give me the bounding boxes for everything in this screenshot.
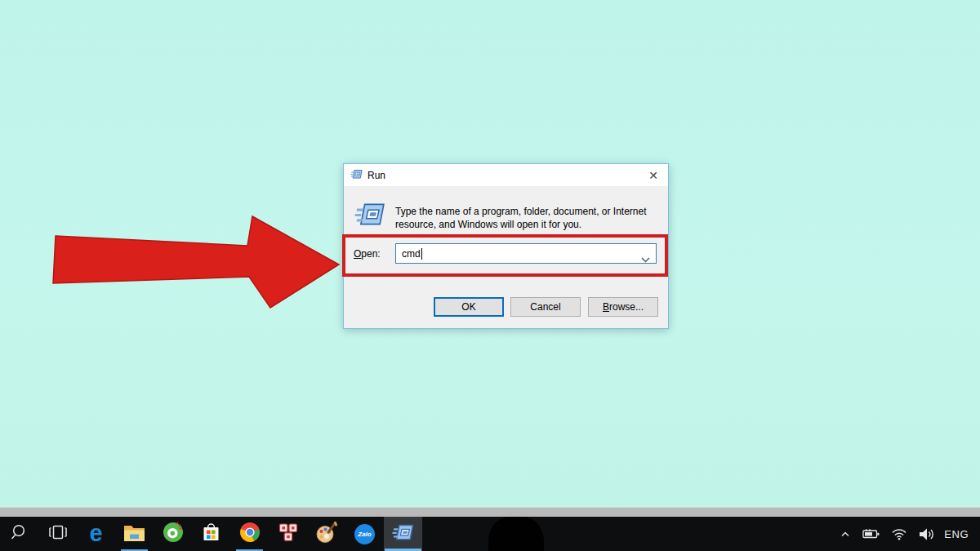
zalo-button[interactable]: Zalo (345, 517, 384, 551)
chevron-up-icon[interactable] (835, 517, 855, 551)
cancel-button[interactable]: Cancel (510, 297, 581, 317)
run-dialog-titlebar[interactable]: Run ✕ (344, 164, 668, 186)
description-line-2: resource, and Windows will open it for y… (395, 218, 647, 231)
gray-strip (0, 507, 980, 517)
red-highlight-box (342, 234, 668, 277)
task-view-button[interactable] (38, 517, 77, 551)
search-button[interactable] (0, 517, 38, 551)
desktop-background: Run ✕ Type the name of a program, folder… (0, 0, 980, 551)
edge-icon: e (89, 522, 102, 545)
unikey-icon (278, 522, 299, 546)
paint-icon (315, 522, 337, 547)
run-dialog-icon (354, 202, 385, 231)
zalo-icon: Zalo (354, 524, 375, 544)
unikey-button[interactable] (269, 517, 307, 551)
run-taskbar-icon (392, 523, 414, 545)
task-view-icon (47, 523, 69, 544)
run-taskbar-button[interactable] (384, 517, 422, 551)
volume-icon[interactable] (915, 517, 938, 551)
description-line-1: Type the name of a program, folder, docu… (395, 205, 647, 218)
run-app-icon (350, 168, 363, 183)
file-explorer-icon (123, 523, 145, 545)
language-indicator[interactable]: ENG (942, 517, 972, 551)
edge-button[interactable]: e (77, 517, 115, 551)
dialog-title: Run (368, 170, 385, 181)
microsoft-store-button[interactable] (192, 517, 230, 551)
dark-silhouette (488, 517, 544, 551)
chrome-button[interactable] (230, 517, 269, 551)
coc-coc-browser-icon (163, 522, 184, 546)
close-icon[interactable]: ✕ (639, 164, 668, 186)
wifi-icon[interactable] (888, 517, 911, 551)
battery-icon[interactable] (859, 517, 884, 551)
search-icon (10, 522, 29, 545)
file-explorer-button[interactable] (115, 517, 154, 551)
paint-button[interactable] (307, 517, 345, 551)
system-tray: ENG (835, 517, 980, 551)
ok-button[interactable]: OK (434, 297, 504, 317)
dialog-description: Type the name of a program, folder, docu… (395, 205, 647, 231)
browse-button[interactable]: Browse... (588, 297, 658, 317)
chrome-icon (239, 522, 261, 546)
microsoft-store-icon (201, 522, 221, 546)
taskbar: e (0, 517, 980, 551)
coc-coc-button[interactable] (154, 517, 192, 551)
